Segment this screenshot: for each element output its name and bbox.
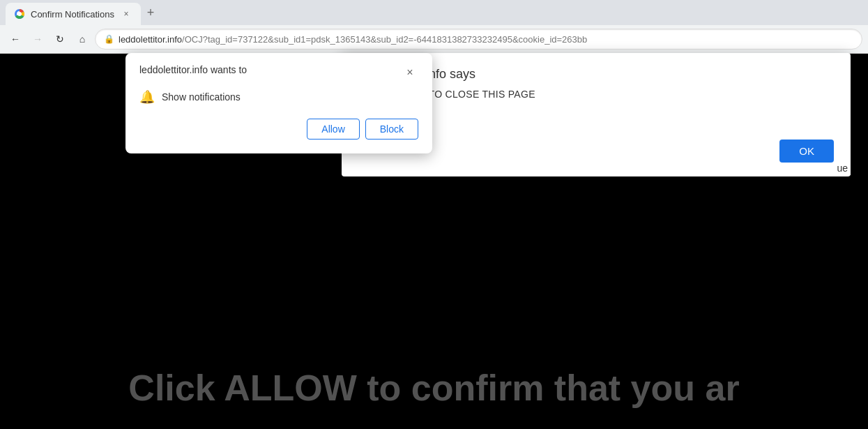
tab-favicon: [14, 8, 25, 20]
url-text: leddolettitor.info/OCJ?tag_id=737122&sub…: [119, 34, 587, 45]
url-path: /OCJ?tag_id=737122&sub_id1=pdsk_1365143&…: [182, 34, 587, 45]
notif-popup-title: leddolettitor.info wants to: [139, 64, 247, 75]
reload-button[interactable]: ↻: [50, 29, 70, 49]
address-bar[interactable]: 🔒 leddolettitor.info/OCJ?tag_id=737122&s…: [95, 29, 862, 50]
new-tab-button[interactable]: +: [141, 3, 160, 22]
ok-button[interactable]: OK: [779, 140, 834, 163]
notif-permission-label: Show notifications: [162, 91, 241, 103]
tab-bar: Confirm Notifications × +: [0, 0, 868, 25]
lock-icon: 🔒: [104, 34, 114, 44]
forward-button[interactable]: →: [28, 29, 47, 49]
url-origin: leddolettitor.info: [119, 34, 182, 45]
block-button[interactable]: Block: [365, 119, 418, 140]
notif-actions: Allow Block: [139, 119, 418, 140]
notif-popup-header: leddolettitor.info wants to ×: [139, 64, 418, 81]
right-edge-clipped-text: ue: [834, 161, 851, 175]
notif-close-button[interactable]: ×: [402, 64, 418, 81]
allow-button[interactable]: Allow: [307, 119, 359, 140]
browser-chrome: Confirm Notifications × + ← → ↻ ⌂ 🔒 ledd…: [0, 0, 868, 54]
notification-permission-popup: leddolettitor.info wants to × 🔔 Show not…: [125, 53, 432, 153]
active-tab[interactable]: Confirm Notifications ×: [6, 3, 141, 25]
bell-icon: 🔔: [139, 89, 155, 105]
back-button[interactable]: ←: [6, 29, 25, 49]
home-button[interactable]: ⌂: [73, 29, 92, 49]
tab-title-label: Confirm Notifications: [31, 9, 114, 20]
svg-point-2: [17, 12, 22, 16]
tab-close-button[interactable]: ×: [120, 8, 132, 20]
bottom-text: Click ALLOW to confirm that you ar: [0, 367, 868, 409]
notif-permission-row: 🔔 Show notifications: [139, 89, 418, 105]
nav-bar: ← → ↻ ⌂ 🔒 leddolettitor.info/OCJ?tag_id=…: [0, 25, 868, 53]
